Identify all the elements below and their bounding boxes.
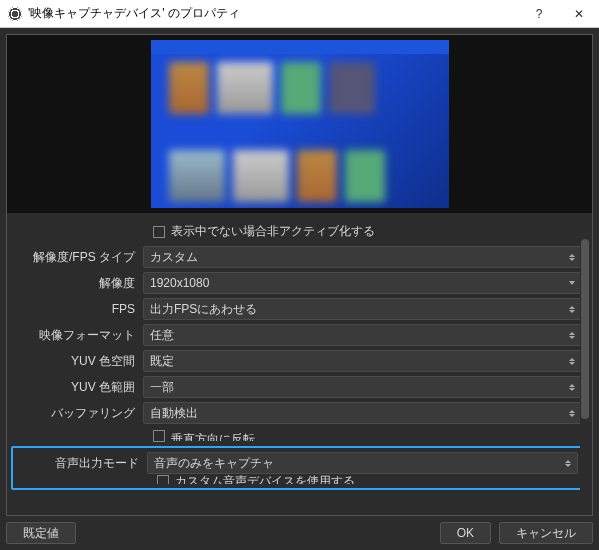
yuv-color-range-select[interactable]: 一部 bbox=[143, 376, 582, 398]
deactivate-checkbox[interactable] bbox=[153, 226, 165, 238]
flip-vertical-checkbox[interactable] bbox=[153, 430, 165, 442]
titlebar: '映像キャプチャデバイス' のプロパティ ? ✕ bbox=[0, 0, 599, 28]
help-button[interactable]: ? bbox=[519, 0, 559, 28]
yuv-color-range-label: YUV 色範囲 bbox=[13, 379, 143, 396]
audio-output-mode-value: 音声のみをキャプチャ bbox=[154, 455, 274, 472]
cancel-button[interactable]: キャンセル bbox=[499, 522, 593, 544]
yuv-color-space-select[interactable]: 既定 bbox=[143, 350, 582, 372]
video-format-value: 任意 bbox=[150, 327, 174, 344]
resolution-value: 1920x1080 bbox=[150, 276, 209, 290]
properties-scroll: 表示中でない場合非アクティブ化する 解像度/FPS タイプ カスタム 解像度 1… bbox=[7, 213, 592, 515]
flip-vertical-label: 垂直方向に反転 bbox=[171, 431, 255, 441]
source-preview bbox=[151, 40, 449, 208]
audio-output-mode-select[interactable]: 音声のみをキャプチャ bbox=[147, 452, 578, 474]
deactivate-checkbox-label: 表示中でない場合非アクティブ化する bbox=[171, 223, 375, 240]
yuv-color-range-value: 一部 bbox=[150, 379, 174, 396]
dialog-footer: 既定値 OK キャンセル bbox=[6, 516, 593, 544]
fps-label: FPS bbox=[13, 302, 143, 316]
vertical-scrollbar[interactable] bbox=[580, 219, 590, 509]
resolution-fps-type-select[interactable]: カスタム bbox=[143, 246, 582, 268]
buffering-select[interactable]: 自動検出 bbox=[143, 402, 582, 424]
yuv-color-space-value: 既定 bbox=[150, 353, 174, 370]
fps-select[interactable]: 出力FPSにあわせる bbox=[143, 298, 582, 320]
chevron-updown-icon bbox=[567, 250, 577, 264]
yuv-color-space-label: YUV 色空間 bbox=[13, 353, 143, 370]
ok-button[interactable]: OK bbox=[440, 522, 491, 544]
fps-value: 出力FPSにあわせる bbox=[150, 301, 257, 318]
resolution-label: 解像度 bbox=[13, 275, 143, 292]
video-format-label: 映像フォーマット bbox=[13, 327, 143, 344]
defaults-button[interactable]: 既定値 bbox=[6, 522, 76, 544]
chevron-updown-icon bbox=[567, 380, 577, 394]
chevron-updown-icon bbox=[567, 406, 577, 420]
content-frame: 表示中でない場合非アクティブ化する 解像度/FPS タイプ カスタム 解像度 1… bbox=[6, 34, 593, 516]
resolution-fps-type-value: カスタム bbox=[150, 249, 198, 266]
resolution-fps-type-label: 解像度/FPS タイプ bbox=[13, 249, 143, 266]
audio-output-mode-label: 音声出力モード bbox=[17, 455, 147, 472]
buffering-label: バッファリング bbox=[13, 405, 143, 422]
chevron-down-icon bbox=[567, 276, 577, 290]
video-format-select[interactable]: 任意 bbox=[143, 324, 582, 346]
chevron-updown-icon bbox=[567, 354, 577, 368]
use-custom-audio-checkbox[interactable] bbox=[157, 475, 169, 484]
resolution-select[interactable]: 1920x1080 bbox=[143, 272, 582, 294]
chevron-updown-icon bbox=[567, 328, 577, 342]
preview-area bbox=[7, 35, 592, 213]
scrollbar-thumb[interactable] bbox=[581, 239, 589, 419]
buffering-value: 自動検出 bbox=[150, 405, 198, 422]
use-custom-audio-label: カスタム音声デバイスを使用する bbox=[175, 474, 355, 484]
defaults-button-label: 既定値 bbox=[23, 525, 59, 542]
cancel-button-label: キャンセル bbox=[516, 525, 576, 542]
chevron-updown-icon bbox=[563, 456, 573, 470]
ok-button-label: OK bbox=[457, 526, 474, 540]
chevron-updown-icon bbox=[567, 302, 577, 316]
window-title: '映像キャプチャデバイス' のプロパティ bbox=[28, 5, 519, 22]
highlight-audio-output-mode: 音声出力モード 音声のみをキャプチャ カスタム音声デバイスを使用する bbox=[11, 446, 584, 490]
obs-logo-icon bbox=[8, 7, 22, 21]
close-button[interactable]: ✕ bbox=[559, 0, 599, 28]
